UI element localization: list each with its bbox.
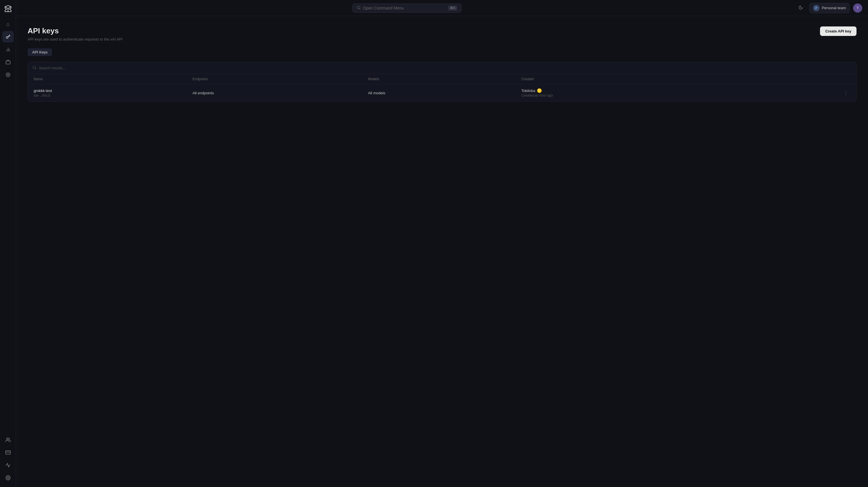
docs-icon: [5, 72, 11, 77]
cell-models: All models: [362, 84, 515, 102]
api-keys-table-container: Name Endpoints Models Created grokkk-tes…: [28, 62, 857, 102]
col-actions: [746, 74, 856, 84]
svg-rect-4: [6, 61, 10, 64]
products-icon: [5, 60, 11, 65]
team-avatar: P: [813, 5, 819, 11]
sidebar-item-billing[interactable]: [2, 447, 14, 458]
table-row[interactable]: grokkk-test xai-...dvLG All endpoints Al…: [28, 84, 856, 102]
more-icon: ⋮: [843, 90, 848, 96]
table-body: grokkk-test xai-...dvLG All endpoints Al…: [28, 84, 856, 102]
sidebar-item-docs[interactable]: [2, 69, 14, 81]
search-shortcut: ⌘K: [448, 5, 457, 11]
sidebar-item-analytics[interactable]: [2, 44, 14, 55]
team-name: Personal team: [822, 6, 846, 10]
content-header: API keys API keys are used to authentica…: [28, 26, 857, 41]
cell-row-actions: ⋮: [746, 84, 856, 102]
search-icon: [357, 5, 361, 10]
svg-line-12: [360, 8, 361, 9]
verified-icon: 🟡: [537, 88, 542, 93]
svg-point-10: [7, 477, 9, 479]
svg-line-14: [35, 68, 36, 69]
app-logo[interactable]: [3, 3, 13, 14]
col-name: Name: [28, 74, 187, 84]
cell-endpoints: All endpoints: [187, 84, 363, 102]
billing-icon: [5, 450, 11, 455]
svg-point-6: [7, 74, 9, 75]
key-name: grokkk-test: [34, 89, 181, 93]
table-search-input[interactable]: [39, 66, 851, 70]
sidebar-item-team[interactable]: [2, 434, 14, 446]
sidebar-item-home[interactable]: ⌂: [2, 19, 14, 30]
created-time: Created an hour ago: [521, 93, 740, 97]
sidebar-item-metrics[interactable]: [2, 459, 14, 471]
page-title-area: API keys API keys are used to authentica…: [28, 26, 122, 41]
topbar-right: P Personal team T: [796, 3, 862, 13]
topbar: Open Command Menu ⌘K P Personal team T: [16, 0, 868, 16]
main-area: Open Command Menu ⌘K P Personal team T: [16, 0, 868, 487]
settings-icon: [5, 475, 11, 480]
creator-row: Tobiloba 🟡: [521, 88, 740, 93]
home-icon: ⌂: [6, 21, 9, 27]
sidebar-item-settings[interactable]: [2, 472, 14, 484]
table-header: Name Endpoints Models Created: [28, 74, 856, 84]
key-id: xai-...dvLG: [34, 93, 181, 97]
col-models: Models: [362, 74, 515, 84]
row-actions: ⋮: [752, 88, 850, 97]
moon-icon: [799, 5, 803, 11]
creator-name: Tobiloba: [521, 89, 535, 93]
page-title: API keys: [28, 26, 122, 35]
svg-point-7: [6, 438, 8, 439]
topbar-search-area: Open Command Menu ⌘K: [22, 3, 792, 13]
tab-api-keys[interactable]: API Keys: [28, 48, 52, 56]
cell-name: grokkk-test xai-...dvLG: [28, 84, 187, 102]
command-search-box[interactable]: Open Command Menu ⌘K: [352, 3, 462, 13]
cell-created: Tobiloba 🟡 Created an hour ago: [516, 84, 746, 102]
col-endpoints: Endpoints: [187, 74, 363, 84]
api-keys-icon: [5, 34, 11, 39]
logo-icon: [4, 5, 12, 13]
table-search-icon: [32, 65, 36, 70]
page-content: API keys API keys are used to authentica…: [16, 16, 868, 487]
sidebar-item-products[interactable]: [2, 56, 14, 68]
team-icon: [5, 437, 11, 443]
table-search-row: [28, 62, 856, 74]
tab-strip: API Keys: [28, 48, 857, 56]
page-subtitle: API keys are used to authenticate reques…: [28, 37, 122, 41]
user-avatar[interactable]: T: [853, 3, 862, 13]
sidebar: ⌂: [0, 0, 16, 487]
team-selector[interactable]: P Personal team: [809, 3, 849, 13]
api-keys-table: Name Endpoints Models Created grokkk-tes…: [28, 74, 856, 101]
svg-point-5: [6, 73, 10, 77]
row-more-button[interactable]: ⋮: [841, 88, 850, 97]
sidebar-item-api-keys[interactable]: [2, 31, 14, 42]
analytics-icon: [5, 47, 11, 52]
dark-mode-toggle[interactable]: [796, 3, 806, 13]
create-api-key-button[interactable]: Create API key: [820, 26, 857, 36]
search-label: Open Command Menu: [363, 6, 446, 10]
svg-rect-8: [5, 451, 10, 454]
metrics-icon: [5, 462, 11, 468]
col-created: Created: [516, 74, 746, 84]
